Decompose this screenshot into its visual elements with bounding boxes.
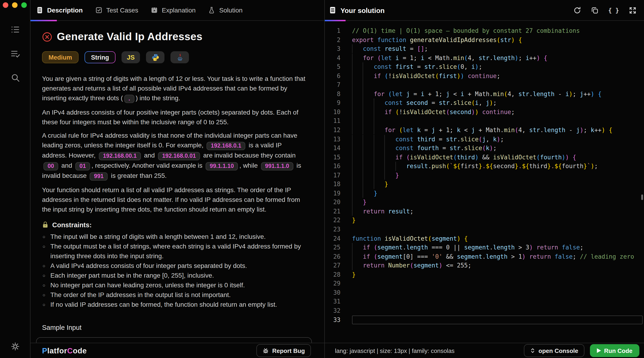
code-line-7[interactable]: 7 <box>325 80 644 90</box>
line-content: for (let k = j + 1; k < j + Math.min(4, … <box>352 126 642 135</box>
code-line-9[interactable]: 9const second = str.slice(i, j); <box>325 98 644 108</box>
code-line-6[interactable]: 6if (!isValidOctet(first)) continue; <box>325 71 644 80</box>
code-line-15[interactable]: 15if (isValidOctet(third) && isValidOcte… <box>325 153 644 162</box>
play-icon <box>597 348 601 353</box>
copy-code-icon[interactable] <box>591 6 598 14</box>
line-number: 1 <box>325 26 340 35</box>
settings-gear-icon[interactable] <box>10 341 20 352</box>
code-line-21[interactable]: 21return result; <box>325 207 644 216</box>
line-content: function isValidOctet(segment) { <box>352 234 642 243</box>
code-line-20[interactable]: 20} <box>325 198 644 207</box>
line-content: // O(1) time | O(1) space – bounded by c… <box>352 26 642 35</box>
line-content: export function generateValidIpAddresses… <box>352 35 642 44</box>
tab-description[interactable]: Description <box>36 6 83 14</box>
tab-label: Explanation <box>162 6 196 14</box>
line-number: 15 <box>325 153 340 162</box>
code-line-2[interactable]: 2export function generateValidIpAddresse… <box>325 35 644 44</box>
tab-test-cases[interactable]: Test Cases <box>95 6 138 14</box>
code-line-3[interactable]: 3const result = []; <box>325 44 644 53</box>
problem-description: You are given a string of digits with a … <box>42 74 306 214</box>
tag-row: Medium String JS <box>42 51 306 63</box>
close-window-button[interactable] <box>3 2 8 8</box>
language-badge-java[interactable] <box>170 51 189 63</box>
test-cases-tab-icon <box>95 6 102 14</box>
line-number: 24 <box>325 234 340 243</box>
problem-list-icon[interactable] <box>10 24 20 35</box>
code-line-33[interactable]: 33 <box>325 315 644 324</box>
line-content: const result = []; <box>352 44 642 53</box>
line-content: } <box>352 189 642 198</box>
line-content: if (!isValidOctet(first)) continue; <box>352 71 642 80</box>
code-line-27[interactable]: 27return Number(segment) <= 255; <box>325 261 644 270</box>
zoom-window-button[interactable] <box>21 2 27 8</box>
code-line-22[interactable]: 22} <box>325 216 644 225</box>
search-icon[interactable] <box>10 72 20 83</box>
constraint-item: The output must be a list of strings, wh… <box>42 241 306 261</box>
code-line-24[interactable]: 24function isValidOctet(segment) { <box>325 234 644 243</box>
code-line-14[interactable]: 14const fourth = str.slice(k); <box>325 144 644 153</box>
code-line-4[interactable]: 4for (let i = 1; i < Math.min(4, str.len… <box>325 53 644 62</box>
left-rail <box>0 0 30 358</box>
code-editor[interactable]: 1// O(1) time | O(1) space – bounded by … <box>325 21 644 343</box>
language-badge-python[interactable] <box>146 51 164 63</box>
code-line-17[interactable]: 17} <box>325 171 644 180</box>
code-line-1[interactable]: 1// O(1) time | O(1) space – bounded by … <box>325 26 644 35</box>
line-number: 7 <box>325 80 340 90</box>
run-code-button[interactable]: Run Code <box>590 344 640 357</box>
line-number: 21 <box>325 207 340 216</box>
python-logo-icon <box>151 53 159 61</box>
report-bug-button[interactable]: Report Bug <box>256 344 311 357</box>
format-code-icon[interactable]: { } <box>608 7 619 14</box>
code-line-23[interactable]: 23 <box>325 225 644 234</box>
line-number: 30 <box>325 288 340 297</box>
constraints-list: The input will be a string of digits wit… <box>42 232 306 309</box>
line-content: const third = str.slice(j, k); <box>352 135 642 144</box>
code-line-12[interactable]: 12for (let k = j + 1; k < j + Math.min(4… <box>325 126 644 135</box>
line-content: const first = str.slice(0, i); <box>352 62 642 71</box>
line-number: 5 <box>325 62 340 71</box>
line-number: 14 <box>325 144 340 153</box>
reset-code-icon[interactable] <box>573 6 581 14</box>
language-badge-js[interactable]: JS <box>122 51 140 63</box>
line-content <box>352 288 642 297</box>
line-number: 11 <box>325 117 340 126</box>
inline-code-chip: 991 <box>90 172 108 180</box>
code-line-18[interactable]: 18} <box>325 180 644 189</box>
line-content: } <box>352 180 642 189</box>
editor-title: Your solution <box>340 6 384 14</box>
code-line-11[interactable]: 11 <box>325 117 644 126</box>
tab-solution[interactable]: Solution <box>208 6 242 14</box>
editor-panel: Your solution { } <box>325 0 644 358</box>
code-line-28[interactable]: 28} <box>325 270 644 279</box>
line-number: 16 <box>325 162 340 171</box>
code-line-5[interactable]: 5const first = str.slice(0, i); <box>325 62 644 71</box>
code-line-29[interactable]: 29 <box>325 279 644 288</box>
code-line-13[interactable]: 13const third = str.slice(j, k); <box>325 135 644 144</box>
window-controls <box>0 0 27 8</box>
code-line-10[interactable]: 10if (!isValidOctet(second)) continue; <box>325 108 644 117</box>
code-line-30[interactable]: 30 <box>325 288 644 297</box>
editor-scrollbar[interactable] <box>641 194 643 200</box>
open-console-label: open Console <box>538 347 578 354</box>
code-line-8[interactable]: 8for (let j = i + 1; j < i + Math.min(4,… <box>325 90 644 98</box>
run-code-label: Run Code <box>604 347 632 354</box>
line-content <box>352 225 642 234</box>
line-number: 23 <box>325 225 340 234</box>
code-line-26[interactable]: 26if (segment[0] === '0' && segment.leng… <box>325 252 644 261</box>
console-toggle-icon <box>530 348 535 354</box>
open-console-button[interactable]: open Console <box>524 344 584 357</box>
code-line-31[interactable]: 31 <box>325 297 644 306</box>
description-paragraph: You are given a string of digits with a … <box>42 74 306 104</box>
inline-code-chip: 192.168.0.1 <box>207 142 246 150</box>
code-line-25[interactable]: 25if (segment.length === 0 || segment.le… <box>325 243 644 252</box>
minimize-window-button[interactable] <box>12 2 18 8</box>
code-line-16[interactable]: 16result.push(`${first}.${second}.${thir… <box>325 162 644 171</box>
fullscreen-icon[interactable] <box>629 6 636 14</box>
solved-checklist-icon[interactable] <box>10 48 20 59</box>
difficulty-badge: Medium <box>42 51 78 63</box>
code-line-19[interactable]: 19} <box>325 189 644 198</box>
code-line-32[interactable]: 32 <box>325 306 644 315</box>
line-content: result.push(`${first}.${second}.${third}… <box>352 162 642 171</box>
tab-explanation[interactable]: Explanation <box>151 6 196 14</box>
line-content: if (segment.length === 0 || segment.leng… <box>352 243 642 252</box>
